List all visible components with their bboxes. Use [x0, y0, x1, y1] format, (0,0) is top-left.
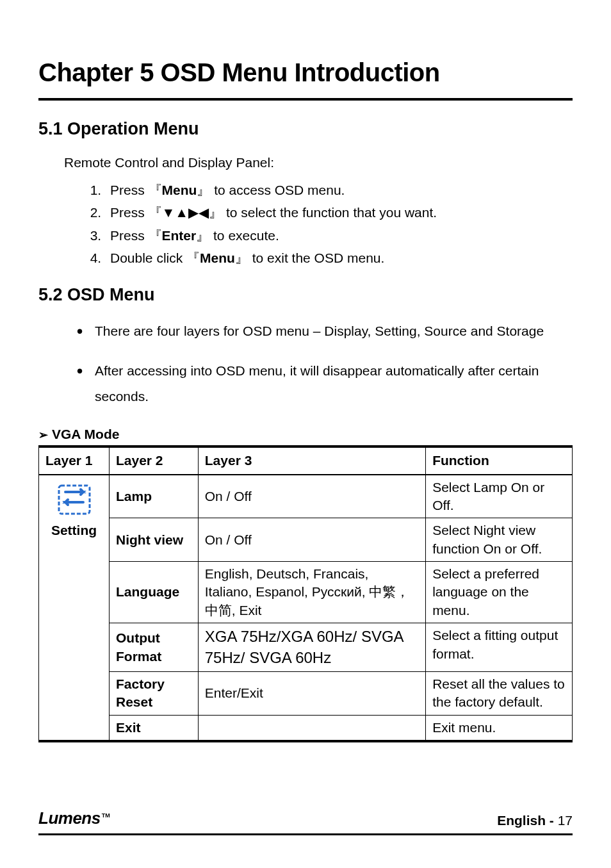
osd-bullets: There are four layers for OSD menu – Dis… [77, 318, 573, 409]
close-bracket-icon: 』 [196, 228, 209, 243]
step-2: Press 『▼▲▶◀』 to select the function that… [105, 203, 573, 222]
step-text: to exit the OSD menu. [248, 250, 384, 265]
vga-mode-header: ➢VGA Mode [38, 425, 573, 443]
enter-key: Enter [162, 228, 197, 243]
nightview-fn: Select Night view function On or Off. [426, 518, 573, 562]
table-header-row: Layer 1 Layer 2 Layer 3 Function [39, 446, 573, 474]
output-fn: Select a fitting output format. [426, 623, 573, 672]
lumens-logo: LumensTM [38, 807, 110, 830]
close-bracket-icon: 』 [209, 205, 222, 220]
step-text: Double click [110, 250, 186, 265]
step-text: Press [110, 183, 149, 197]
section-5-1-header: 5.1 Operation Menu [38, 117, 573, 142]
language-l3: English, Deutsch, Francais, Italiano, Es… [198, 562, 425, 623]
factory-l2: Factory Reset [110, 671, 199, 715]
output-l2: Output Format [110, 623, 199, 672]
table-row: Output Format XGA 75Hz/XGA 60Hz/ SVGA 75… [39, 623, 573, 672]
step-4: Double click 『Menu』 to exit the OSD menu… [105, 249, 573, 267]
osd-menu-table: Layer 1 Layer 2 Layer 3 Function Setting… [38, 445, 573, 742]
bullet-1: There are four layers for OSD menu – Dis… [77, 318, 573, 344]
menu-key: Menu [200, 250, 235, 265]
lamp-l2: Lamp [110, 475, 199, 518]
exit-l3 [198, 715, 425, 741]
nightview-l2: Night view [110, 518, 199, 562]
table-row: Night view On / Off Select Night view fu… [39, 518, 573, 562]
page-info: English - 17 [497, 811, 573, 830]
lang-label: English - [497, 813, 558, 828]
table-row: Exit Exit menu. [39, 715, 573, 741]
page-footer: LumensTM English - 17 [38, 807, 573, 835]
operation-steps: Press 『Menu』 to access OSD menu. Press 『… [83, 181, 573, 268]
operation-intro: Remote Control and Display Panel: [64, 153, 573, 172]
exit-l2: Exit [110, 715, 199, 741]
step-text: Press [110, 228, 149, 243]
table-row: Factory Reset Enter/Exit Reset all the v… [39, 671, 573, 715]
close-bracket-icon: 』 [235, 250, 248, 265]
open-bracket-icon: 『 [149, 228, 162, 243]
close-bracket-icon: 』 [197, 183, 210, 197]
step-1: Press 『Menu』 to access OSD menu. [105, 181, 573, 199]
factory-fn: Reset all the values to the factory defa… [426, 671, 573, 715]
exit-fn: Exit menu. [426, 715, 573, 741]
language-fn: Select a preferred language on the menu. [426, 562, 573, 623]
section-5-2-header: 5.2 OSD Menu [38, 283, 573, 307]
nightview-l3: On / Off [198, 518, 425, 562]
output-l3: XGA 75Hz/XGA 60Hz/ SVGA 75Hz/ SVGA 60Hz [198, 623, 425, 672]
page-number: 17 [558, 813, 573, 828]
step-text: to access OSD menu. [210, 183, 345, 197]
open-bracket-icon: 『 [186, 250, 200, 265]
lamp-fn: Select Lamp On or Off. [426, 475, 573, 518]
col-layer1: Layer 1 [39, 446, 110, 474]
col-layer3: Layer 3 [198, 446, 425, 474]
factory-l3: Enter/Exit [198, 671, 425, 715]
bullet-2: After accessing into OSD menu, it will d… [77, 358, 573, 409]
layer1-label: Setting [45, 521, 102, 539]
table-row: Language English, Deutsch, Francais, Ita… [39, 562, 573, 623]
step-text: Press [110, 205, 149, 220]
step-text: to execute. [209, 228, 279, 243]
open-bracket-icon: 『 [149, 205, 162, 220]
trademark-icon: TM [102, 812, 110, 819]
layer1-setting-cell: Setting [39, 475, 110, 741]
arrow-keys-icon: ▼▲▶◀ [162, 205, 209, 220]
language-l2: Language [110, 562, 199, 623]
setting-icon [56, 483, 92, 516]
col-function: Function [426, 446, 573, 474]
lamp-l3: On / Off [198, 475, 425, 518]
open-bracket-icon: 『 [149, 183, 162, 197]
menu-key: Menu [162, 183, 197, 197]
triangle-right-icon: ➢ [38, 429, 48, 441]
logo-text: Lumens [38, 808, 101, 828]
table-row: Setting Lamp On / Off Select Lamp On or … [39, 475, 573, 518]
chapter-title: Chapter 5 OSD Menu Introduction [38, 54, 573, 101]
mode-label: VGA Mode [52, 427, 119, 441]
col-layer2: Layer 2 [110, 446, 199, 474]
step-3: Press 『Enter』 to execute. [105, 226, 573, 245]
step-text: to select the function that you want. [222, 205, 437, 220]
